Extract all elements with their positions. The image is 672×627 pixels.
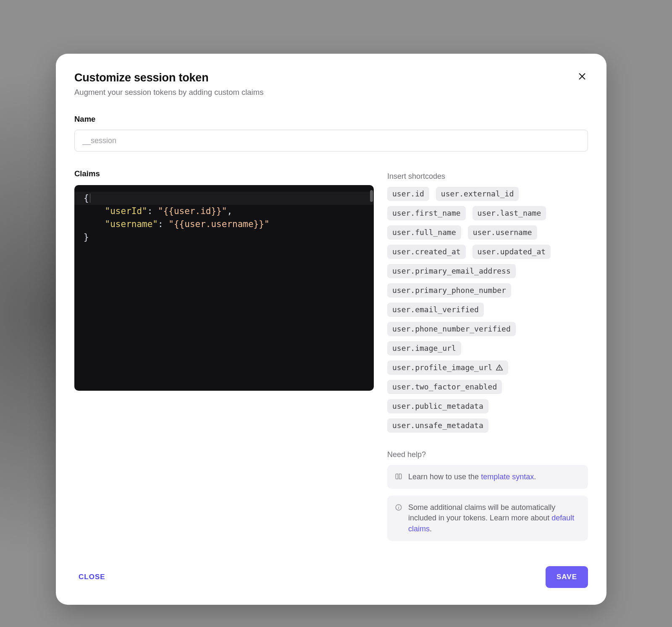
shortcode-text: user.unsafe_metadata [392, 422, 483, 429]
shortcode-chip[interactable]: user.phone_number_verified [387, 322, 516, 336]
code-content: { "userId": "{{user.id}}", "username": "… [84, 192, 365, 244]
code-token: { [84, 193, 89, 203]
shortcode-chip[interactable]: user.last_name [472, 206, 546, 220]
info-icon [395, 504, 402, 511]
shortcode-text: user.full_name [392, 229, 456, 236]
shortcode-text: user.email_verified [392, 306, 479, 314]
code-token: "username" [105, 219, 158, 229]
shortcode-chip[interactable]: user.primary_phone_number [387, 283, 511, 298]
code-token: } [84, 232, 89, 242]
shortcodes-column: Insert shortcodes user.iduser.external_i… [387, 169, 588, 541]
shortcode-text: user.created_at [392, 248, 461, 256]
shortcode-text: user.profile_image_url [392, 364, 492, 371]
code-token: "userId" [105, 206, 147, 216]
code-token: "{{user.username}}" [168, 219, 269, 229]
help-text-suffix: . [430, 525, 432, 533]
help-text-suffix: . [534, 473, 536, 481]
modal-footer: CLOSE SAVE [74, 566, 588, 588]
shortcode-chip[interactable]: user.first_name [387, 206, 466, 220]
claims-section: Claims { "userId": "{{user.id}}", "usern… [74, 169, 588, 541]
close-icon[interactable] [575, 70, 589, 83]
svg-point-6 [398, 506, 399, 507]
code-token: : [158, 219, 168, 229]
shortcode-chip[interactable]: user.updated_at [472, 245, 551, 259]
shortcode-text: user.first_name [392, 209, 461, 217]
help-text-prefix: Some additional claims will be automatic… [408, 503, 555, 522]
close-button[interactable]: CLOSE [74, 567, 110, 587]
code-token: , [227, 206, 232, 216]
claims-editor-column: Claims { "userId": "{{user.id}}", "usern… [74, 169, 374, 391]
template-syntax-link[interactable]: template syntax [481, 473, 534, 481]
customize-session-token-modal: Customize session token Augment your ses… [56, 54, 606, 605]
modal-subtitle: Augment your session tokens by adding cu… [74, 88, 588, 97]
help-title: Need help? [387, 450, 588, 459]
shortcode-chip[interactable]: user.full_name [387, 225, 461, 240]
shortcode-text: user.phone_number_verified [392, 325, 511, 333]
shortcode-text: user.primary_phone_number [392, 287, 506, 294]
shortcode-text: user.id [392, 190, 424, 198]
modal-header: Customize session token Augment your ses… [74, 71, 588, 97]
shortcode-chip[interactable]: user.id [387, 187, 429, 201]
shortcode-text: user.updated_at [478, 248, 546, 256]
shortcodes-label: Insert shortcodes [387, 172, 588, 181]
shortcode-text: user.two_factor_enabled [392, 383, 497, 391]
code-token: "{{user.id}}" [158, 206, 227, 216]
shortcode-chip[interactable]: user.profile_image_url [387, 361, 508, 375]
claims-label: Claims [74, 169, 374, 178]
name-input[interactable] [74, 130, 588, 152]
help-template-syntax: Learn how to use the template syntax. [387, 465, 588, 489]
shortcode-text: user.image_url [392, 345, 456, 352]
modal-title: Customize session token [74, 71, 588, 84]
shortcode-chip[interactable]: user.image_url [387, 341, 461, 355]
shortcode-chip[interactable]: user.created_at [387, 245, 466, 259]
shortcode-chip[interactable]: user.external_id [436, 187, 519, 201]
svg-point-3 [499, 369, 500, 370]
claims-code-editor[interactable]: { "userId": "{{user.id}}", "username": "… [74, 185, 374, 391]
name-label: Name [74, 115, 588, 124]
help-text: Some additional claims will be automatic… [408, 502, 580, 534]
shortcode-chip[interactable]: user.email_verified [387, 303, 484, 317]
shortcodes-list: user.iduser.external_iduser.first_nameus… [387, 187, 588, 433]
name-section: Name [74, 115, 588, 152]
shortcode-text: user.external_id [441, 190, 514, 198]
editor-scrollbar[interactable] [370, 190, 373, 202]
shortcode-chip[interactable]: user.public_metadata [387, 399, 488, 413]
shortcode-chip[interactable]: user.primary_email_address [387, 264, 516, 278]
warning-icon [496, 364, 503, 371]
shortcode-chip[interactable]: user.two_factor_enabled [387, 380, 502, 394]
help-text-prefix: Learn how to use the [408, 473, 481, 481]
shortcode-text: user.last_name [478, 209, 541, 217]
shortcode-chip[interactable]: user.username [468, 225, 537, 240]
editor-cursor [90, 193, 90, 203]
save-button[interactable]: SAVE [546, 566, 588, 588]
help-text: Learn how to use the template syntax. [408, 472, 536, 482]
shortcode-text: user.primary_email_address [392, 267, 511, 275]
code-token: : [147, 206, 158, 216]
book-icon [395, 473, 402, 481]
shortcode-text: user.username [473, 229, 532, 236]
shortcode-text: user.public_metadata [392, 402, 483, 410]
help-default-claims: Some additional claims will be automatic… [387, 496, 588, 541]
shortcode-chip[interactable]: user.unsafe_metadata [387, 418, 488, 433]
